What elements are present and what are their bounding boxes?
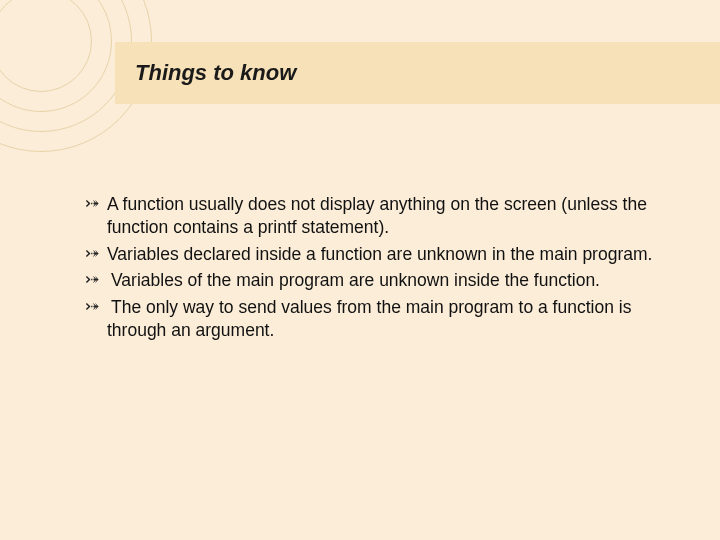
bullet-text: Variables of the main program are unknow…	[107, 270, 600, 290]
bullet-text: A function usually does not display anyt…	[107, 194, 647, 237]
list-item: Variables declared inside a function are…	[85, 243, 680, 266]
list-item: Variables of the main program are unknow…	[85, 269, 680, 292]
slide-body: A function usually does not display anyt…	[85, 193, 680, 346]
bullet-list: A function usually does not display anyt…	[85, 193, 680, 342]
list-item: The only way to send values from the mai…	[85, 296, 680, 342]
bullet-text: Variables declared inside a function are…	[107, 244, 652, 264]
title-bar: Things to know	[115, 42, 720, 104]
bullet-text: The only way to send values from the mai…	[107, 297, 631, 340]
list-item: A function usually does not display anyt…	[85, 193, 680, 239]
slide-title: Things to know	[135, 60, 296, 86]
